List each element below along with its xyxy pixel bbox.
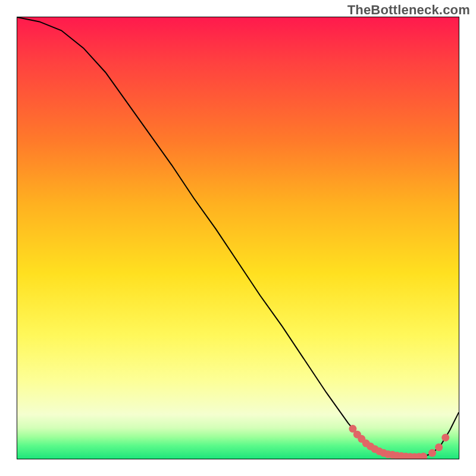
- plot-area: [17, 17, 459, 459]
- data-marker: [441, 434, 449, 441]
- watermark-text: TheBottleneck.com: [347, 2, 470, 18]
- data-marker: [428, 449, 436, 457]
- chart-svg: [17, 17, 459, 459]
- chart-container: TheBottleneck.com: [0, 0, 476, 476]
- bottleneck-curve: [17, 17, 459, 457]
- markers-group: [349, 425, 449, 459]
- data-marker: [435, 443, 443, 451]
